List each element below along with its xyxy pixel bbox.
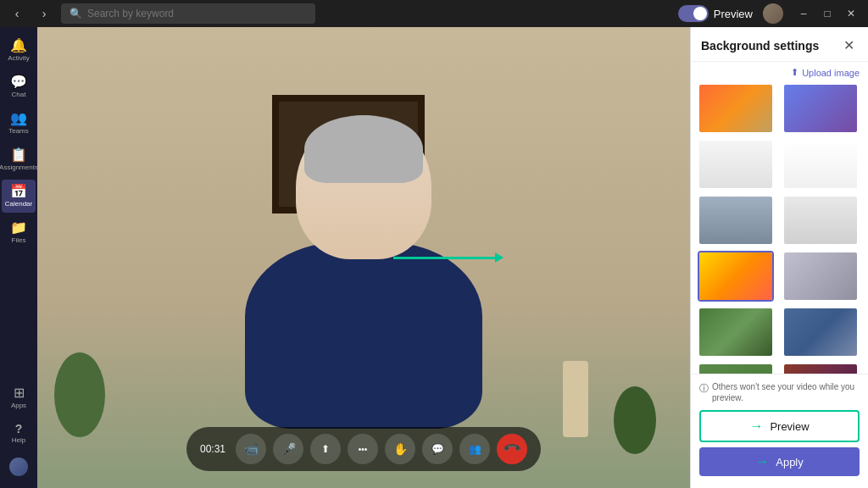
bg-thumb-inner-9 bbox=[699, 308, 772, 356]
titlebar-right: Preview – □ ✕ bbox=[678, 3, 861, 24]
arrow-head bbox=[495, 252, 504, 263]
apply-btn-label: Apply bbox=[776, 456, 804, 469]
bg-thumb-4[interactable] bbox=[782, 139, 859, 190]
bg-thumb-3[interactable] bbox=[698, 139, 774, 190]
files-icon: 📁 bbox=[10, 221, 27, 235]
bg-panel-header: Background settings ✕ bbox=[691, 27, 868, 62]
person-video bbox=[220, 115, 508, 437]
bg-thumb-inner-7 bbox=[699, 252, 772, 300]
sidebar-item-help[interactable]: ? Help bbox=[2, 418, 36, 449]
bg-thumb-9[interactable] bbox=[698, 307, 774, 358]
raise-hand-icon: ✋ bbox=[393, 442, 408, 456]
more-button[interactable]: ••• bbox=[348, 434, 378, 464]
mic-button[interactable]: 🎤 bbox=[273, 434, 303, 464]
bg-panel-title: Background settings bbox=[701, 39, 819, 53]
bg-thumb-inner-8 bbox=[784, 252, 857, 300]
user-avatar[interactable] bbox=[763, 3, 783, 24]
maximize-button[interactable]: □ bbox=[817, 3, 837, 24]
sidebar-label-apps: Apps bbox=[11, 402, 26, 409]
chat-icon: 💬 bbox=[10, 75, 27, 89]
background-settings-panel: Background settings ✕ ⬆ Upload image bbox=[690, 27, 868, 488]
bg-thumb-1[interactable] bbox=[698, 83, 774, 134]
preview-toggle-switch[interactable] bbox=[678, 5, 709, 22]
sidebar-label-activity: Activity bbox=[8, 54, 29, 62]
sidebar-label-help: Help bbox=[12, 436, 25, 444]
video-icon: 📹 bbox=[244, 442, 259, 456]
sidebar-label-files: Files bbox=[12, 236, 26, 244]
chat-button[interactable]: 💬 bbox=[422, 434, 453, 464]
sidebar-label-calendar: Calendar bbox=[5, 200, 32, 208]
mic-icon: 🎤 bbox=[281, 442, 296, 456]
bg-thumb-inner-2 bbox=[784, 85, 857, 132]
person-head bbox=[296, 115, 431, 259]
participants-button[interactable]: 👥 bbox=[459, 434, 490, 464]
search-bar: 🔍 bbox=[61, 3, 315, 24]
sidebar: 🔔 Activity 💬 Chat 👥 Teams 📋 Assignments … bbox=[0, 27, 37, 488]
calendar-icon: 📅 bbox=[10, 185, 27, 198]
titlebar: ‹ › 🔍 Preview – □ ✕ bbox=[0, 0, 868, 27]
preview-btn-label: Preview bbox=[770, 420, 809, 433]
bg-thumb-7[interactable] bbox=[698, 251, 774, 302]
bg-thumb-12[interactable] bbox=[782, 363, 859, 374]
bg-thumb-6[interactable] bbox=[782, 195, 859, 246]
chat-ctrl-icon: 💬 bbox=[431, 443, 444, 455]
bg-thumb-11[interactable] bbox=[698, 363, 774, 374]
main-layout: 🔔 Activity 💬 Chat 👥 Teams 📋 Assignments … bbox=[0, 27, 868, 488]
video-area: 00:31 📹 🎤 ⬆ ••• ✋ 💬 bbox=[37, 27, 690, 488]
sidebar-item-apps[interactable]: ⊞ Apps bbox=[2, 381, 36, 414]
sidebar-item-chat[interactable]: 💬 Chat bbox=[2, 70, 36, 103]
forward-button[interactable]: › bbox=[34, 3, 54, 24]
minimize-button[interactable]: – bbox=[793, 3, 814, 24]
search-input[interactable] bbox=[87, 8, 274, 19]
background-grid bbox=[691, 83, 868, 374]
teams-icon: 👥 bbox=[10, 112, 27, 125]
end-call-button[interactable]: 📞 bbox=[497, 434, 527, 464]
bg-thumb-inner-6 bbox=[784, 197, 857, 244]
apps-icon: ⊞ bbox=[14, 386, 25, 400]
bg-thumb-inner-4 bbox=[784, 141, 857, 188]
sidebar-item-teams[interactable]: 👥 Teams bbox=[2, 107, 36, 140]
bg-thumb-inner-3 bbox=[699, 141, 772, 188]
bg-thumb-2[interactable] bbox=[782, 83, 859, 134]
upload-image-button[interactable]: ⬆ Upload image bbox=[691, 62, 868, 83]
apply-arrow-icon: → bbox=[755, 454, 769, 469]
sidebar-item-assignments[interactable]: 📋 Assignments bbox=[2, 143, 36, 176]
share-button[interactable]: ⬆ bbox=[310, 434, 341, 464]
sidebar-item-profile[interactable] bbox=[2, 452, 36, 481]
preview-button[interactable]: → Preview bbox=[699, 410, 860, 442]
room-plant-left bbox=[54, 352, 105, 437]
bg-thumb-8[interactable] bbox=[782, 251, 859, 302]
info-icon: ⓘ bbox=[699, 382, 709, 394]
video-background: 00:31 📹 🎤 ⬆ ••• ✋ 💬 bbox=[37, 27, 690, 488]
sidebar-item-activity[interactable]: 🔔 Activity bbox=[2, 34, 36, 67]
share-icon: ⬆ bbox=[321, 443, 330, 455]
titlebar-left: ‹ › 🔍 bbox=[7, 3, 315, 24]
bg-thumb-10[interactable] bbox=[782, 307, 859, 358]
raise-hand-button[interactable]: ✋ bbox=[385, 434, 415, 464]
person-hair bbox=[304, 115, 423, 183]
sidebar-item-calendar[interactable]: 📅 Calendar bbox=[2, 180, 36, 213]
call-timer: 00:31 bbox=[200, 443, 225, 455]
video-button[interactable]: 📹 bbox=[236, 434, 266, 464]
preview-note: ⓘ Others won't see your video while you … bbox=[699, 381, 860, 403]
bg-thumb-inner-11 bbox=[699, 364, 772, 374]
apply-button[interactable]: → Apply bbox=[699, 447, 860, 476]
search-icon: 🔍 bbox=[70, 8, 82, 19]
preview-toggle-label: Preview bbox=[714, 8, 753, 20]
profile-avatar bbox=[9, 458, 28, 476]
window-controls: – □ ✕ bbox=[793, 3, 861, 24]
assignments-icon: 📋 bbox=[10, 148, 27, 162]
arrow-line bbox=[393, 257, 495, 259]
bg-panel-close-button[interactable]: ✕ bbox=[840, 37, 858, 54]
upload-icon: ⬆ bbox=[791, 67, 798, 78]
person-body bbox=[245, 242, 482, 429]
bg-thumb-5[interactable] bbox=[698, 195, 774, 246]
preview-toggle-area: Preview bbox=[678, 5, 753, 22]
bg-thumb-inner-5 bbox=[699, 197, 772, 244]
activity-icon: 🔔 bbox=[10, 39, 27, 53]
back-button[interactable]: ‹ bbox=[7, 3, 27, 24]
bg-thumb-inner-1 bbox=[699, 85, 772, 132]
sidebar-item-files[interactable]: 📁 Files bbox=[2, 216, 36, 249]
window-close-button[interactable]: ✕ bbox=[841, 3, 861, 24]
end-call-icon: 📞 bbox=[502, 439, 521, 458]
